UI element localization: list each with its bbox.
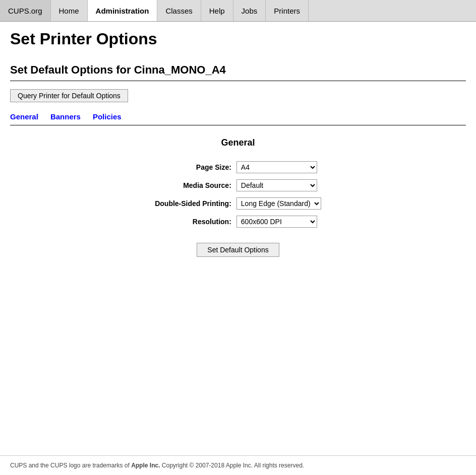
option-row-page-size: Page Size: A4 A3 Letter Legal bbox=[155, 158, 321, 176]
resolution-select[interactable]: 600x600 DPI 1200x1200 DPI 300x300 DPI bbox=[236, 216, 317, 228]
tab-general[interactable]: General bbox=[10, 112, 38, 121]
double-sided-select[interactable]: Long Edge (Standard) Short Edge Off bbox=[236, 197, 321, 210]
query-printer-button[interactable]: Query Printer for Default Options bbox=[10, 89, 128, 102]
tab-policies[interactable]: Policies bbox=[93, 112, 122, 121]
nav-item-printers[interactable]: Printers bbox=[266, 0, 309, 21]
navigation: CUPS.orgHomeAdministrationClassesHelpJob… bbox=[0, 0, 476, 22]
set-default-options-button[interactable]: Set Default Options bbox=[197, 243, 279, 257]
tab-bar: General Banners Policies bbox=[10, 112, 466, 125]
general-section: General Page Size: A4 A3 Letter Legal Me… bbox=[10, 138, 466, 257]
footer-copyright: Copyright © 2007-2018 Apple Inc. All rig… bbox=[160, 462, 304, 469]
main-content: Set Printer Options Set Default Options … bbox=[0, 22, 476, 265]
page-size-label: Page Size: bbox=[155, 158, 236, 176]
resolution-label: Resolution: bbox=[155, 213, 236, 231]
tab-banners[interactable]: Banners bbox=[50, 112, 81, 121]
nav-item-help[interactable]: Help bbox=[201, 0, 233, 21]
nav-item-administration[interactable]: Administration bbox=[88, 0, 158, 21]
nav-item-jobs[interactable]: Jobs bbox=[233, 0, 266, 21]
nav-item-classes[interactable]: Classes bbox=[157, 0, 201, 21]
page-title: Set Printer Options bbox=[10, 30, 466, 48]
footer-text: CUPS and the CUPS logo are trademarks of bbox=[10, 462, 131, 469]
options-table: Page Size: A4 A3 Letter Legal Media Sour… bbox=[155, 158, 321, 231]
resolution-control: 600x600 DPI 1200x1200 DPI 300x300 DPI bbox=[236, 213, 321, 231]
page-size-control: A4 A3 Letter Legal bbox=[236, 158, 321, 176]
double-sided-label: Double-Sided Printing: bbox=[155, 194, 236, 213]
media-source-control: Default Tray 1 Tray 2 Manual bbox=[236, 176, 321, 194]
media-source-label: Media Source: bbox=[155, 176, 236, 194]
submit-area: Set Default Options bbox=[10, 243, 466, 257]
option-row-media-source: Media Source: Default Tray 1 Tray 2 Manu… bbox=[155, 176, 321, 194]
option-row-resolution: Resolution: 600x600 DPI 1200x1200 DPI 30… bbox=[155, 213, 321, 231]
nav-item-cupsorg[interactable]: CUPS.org bbox=[0, 0, 51, 21]
section-heading: Set Default Options for Cinna_MONO_A4 bbox=[10, 63, 466, 81]
double-sided-control: Long Edge (Standard) Short Edge Off bbox=[236, 194, 321, 213]
footer: CUPS and the CUPS logo are trademarks of… bbox=[0, 455, 476, 475]
page-size-select[interactable]: A4 A3 Letter Legal bbox=[236, 161, 317, 173]
option-row-double-sided: Double-Sided Printing: Long Edge (Standa… bbox=[155, 194, 321, 213]
nav-item-home[interactable]: Home bbox=[51, 0, 88, 21]
general-section-title: General bbox=[10, 138, 466, 148]
media-source-select[interactable]: Default Tray 1 Tray 2 Manual bbox=[236, 179, 317, 191]
footer-company: Apple Inc. bbox=[131, 462, 160, 469]
